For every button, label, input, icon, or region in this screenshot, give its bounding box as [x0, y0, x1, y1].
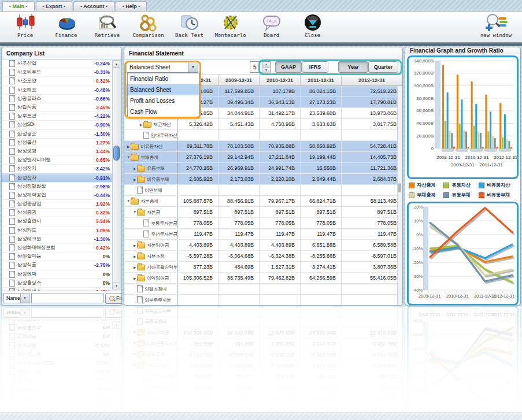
company-item[interactable]: 삼성생명1.44% — [2, 147, 113, 156]
company-item[interactable]: 삼성공조-1.30% — [2, 130, 113, 139]
company-item[interactable]: 삼양식품-2.75% — [2, 261, 113, 270]
company-item[interactable]: 삼성제약공업-0.44% — [2, 191, 113, 200]
legend-item: 유동부채 — [443, 192, 478, 199]
table-row[interactable]: ▼자본금897.51B897.51B897.51B897.51B897.51B — [124, 207, 402, 218]
search-input[interactable] — [31, 293, 103, 303]
price-button[interactable]: Price — [5, 13, 46, 38]
company-item[interactable]: 삼양엔텍0% — [2, 270, 113, 279]
company-item[interactable]: 삼부토건-4.22% — [2, 112, 113, 121]
company-item[interactable]: 삼성엔지니어링0.65% — [2, 156, 113, 165]
menu-tab-export[interactable]: - Export - — [36, 1, 73, 11]
year-button[interactable]: Year — [338, 61, 368, 73]
menu-tab-account[interactable]: - Account - — [73, 1, 114, 11]
scroll-up-icon[interactable]: ▲ — [113, 60, 120, 68]
table-row[interactable]: ▼자본총계105,887.87B88,456.91B79,967.17B66,8… — [124, 196, 402, 207]
find-button[interactable]: Find — [105, 293, 122, 304]
menu-tab-main[interactable]: - Main - — [2, 1, 35, 11]
column-header[interactable]: 2009-12-31 — [219, 75, 260, 86]
table-row[interactable]: 외부주주지분 — [124, 295, 402, 305]
company-item[interactable]: 삼성전자-0.91% — [2, 173, 113, 182]
tree-expander-icon[interactable]: ▶ — [132, 177, 137, 181]
column-header[interactable]: 2010-12-31 — [260, 75, 301, 86]
table-row[interactable]: ▶자본조정-5,597.28B-6,064.68B-6,324.38B-8,25… — [124, 251, 402, 262]
table-row[interactable]: ▶유동부채24,770.26B26,969.91B24,991.74B16,55… — [124, 163, 402, 174]
tree-expander-icon[interactable]: ▶ — [139, 122, 143, 127]
comparison-button[interactable]: Comparison — [128, 13, 169, 38]
table-row[interactable]: ▼부채총계27,376.19B29,142.94B27,211.84B19,19… — [124, 152, 402, 163]
company-item[interactable]: 삼성카드1.05% — [2, 226, 113, 235]
company-item[interactable]: 삼양홀딩스0% — [2, 279, 113, 288]
company-item[interactable]: 삼아알미늄0% — [2, 252, 113, 261]
value-cell: 88,735.49B — [219, 273, 260, 283]
document-icon — [9, 165, 15, 172]
menu-tab-help[interactable]: - Help - — [116, 1, 147, 11]
period-count-spinner[interactable]: 5 ▲ ▼ — [250, 61, 271, 73]
close-button[interactable]: Close — [292, 13, 333, 38]
tree-expander-icon[interactable]: ▶ — [132, 265, 137, 269]
company-list-scrollbar[interactable]: ▲ ▼ — [112, 60, 121, 289]
company-item[interactable]: 사조산업-0.24% — [2, 60, 113, 68]
table-row[interactable]: 이연부채 — [124, 185, 402, 196]
dropdown-option[interactable]: Balanced Sheet — [128, 84, 199, 95]
change-percent: -0.33% — [94, 69, 113, 75]
board-button[interactable]: TALKBoard — [251, 13, 292, 38]
company-item[interactable]: 삼성SDI-0.90% — [2, 121, 113, 129]
new-window-button[interactable]: new window — [473, 13, 519, 38]
application-window: - Main -- Export -- Account -- Help - Pr… — [0, 0, 522, 420]
column-header[interactable]: 2012-12-31 — [342, 75, 402, 86]
company-item[interactable]: 사조오양0.32% — [2, 77, 113, 86]
dropdown-option[interactable]: Profit and Losses — [128, 95, 199, 106]
company-item[interactable]: 삼성화재해상보험0.42% — [2, 244, 113, 252]
scrollbar-thumb[interactable] — [113, 146, 120, 161]
table-row[interactable]: ▶자본잉여금4,403.89B4,403.89B4,403.89B6,651.8… — [124, 240, 402, 251]
finance-button[interactable]: Finance — [46, 13, 87, 38]
table-row[interactable]: ▶재고자산5,326.42B5,451.43B4,750.96B3,633.63… — [124, 119, 402, 130]
spinner-up-icon[interactable]: ▲ — [262, 62, 270, 67]
table-row[interactable]: 임대주택자산 — [124, 130, 402, 141]
table-row[interactable]: ▶비유동부채2,605.92B2,173.03B2,220.10B2,649.4… — [124, 174, 402, 185]
table-row[interactable]: ▶비유동자산89,311.78B78,103.50B70,935.88B58,8… — [124, 141, 402, 152]
tree-expander-icon[interactable]: ▼ — [126, 199, 131, 203]
value-cell: 107,179B — [260, 86, 301, 96]
value-cell — [342, 185, 402, 195]
company-item[interactable]: 사조해표-0.48% — [2, 86, 113, 95]
tree-expander-icon[interactable]: ▶ — [132, 243, 137, 247]
retrieve-button[interactable]: Retrieve — [87, 13, 128, 38]
table-scrollbar-thumb[interactable] — [398, 183, 401, 192]
company-item[interactable]: 사조씨푸드-0.33% — [2, 68, 113, 77]
file-icon — [143, 220, 149, 226]
search-field-select[interactable]: Name ▼ — [3, 293, 29, 303]
company-item[interactable]: 삼성중공업1.92% — [2, 200, 113, 209]
company-item[interactable]: 삼성정밀화학-2.98% — [2, 183, 113, 191]
tree-expander-icon[interactable]: ▶ — [132, 254, 137, 258]
dropdown-option[interactable]: Financial Ratio — [128, 73, 199, 84]
tree-expander-icon[interactable]: ▼ — [132, 210, 137, 214]
scroll-down-icon[interactable]: ▼ — [113, 282, 120, 289]
table-scrollbar[interactable] — [397, 86, 402, 305]
table-row[interactable]: ▶기타포괄손익누계액877.23B484.69B1,527.31B3,274.4… — [124, 262, 402, 273]
statement-type-dropdown[interactable]: Balanced Sheet ▼ — [127, 61, 198, 73]
column-header[interactable]: 2011-12-31 — [301, 75, 342, 86]
back-test-button[interactable]: Back Test — [169, 13, 210, 38]
table-row[interactable]: 보통주자본금778.05B778.05B778.05B778.05B778.05… — [124, 218, 402, 229]
company-item[interactable]: 삼성출판사5.54% — [2, 217, 113, 226]
tree-expander-icon[interactable]: ▼ — [126, 155, 131, 159]
table-row[interactable]: 연결조정대 — [124, 284, 402, 295]
ifrs-button[interactable]: IFRS — [302, 61, 328, 73]
montecarlo-button[interactable]: Montecarlo — [210, 13, 251, 38]
company-item[interactable]: 삼립식품3.45% — [2, 103, 113, 112]
gaap-button[interactable]: GAAP — [275, 61, 302, 73]
quarter-button[interactable]: Quarter — [368, 61, 398, 73]
tree-expander-icon[interactable]: ▶ — [126, 144, 131, 148]
company-item[interactable]: 삼성물산1.27% — [2, 139, 113, 147]
company-item[interactable]: 삼성전기-3.42% — [2, 165, 113, 173]
table-row[interactable]: 우선주자본금119.47B119.47B119.47B119.47B119.47… — [124, 229, 402, 240]
company-item[interactable]: 삼성테크윈-1.30% — [2, 235, 113, 244]
tree-expander-icon[interactable]: ▶ — [132, 276, 137, 280]
company-item[interactable]: 삼성증권0.32% — [2, 209, 113, 217]
company-item[interactable]: 삼광글라스-0.66% — [2, 95, 113, 103]
spinner-down-icon[interactable]: ▼ — [262, 67, 270, 73]
table-row[interactable]: ▶이익잉여금105,306.52B88,735.49B79,462.82B64,… — [124, 273, 402, 284]
tree-expander-icon[interactable]: ▶ — [132, 166, 137, 170]
dropdown-option[interactable]: Cash Flow — [128, 106, 199, 117]
